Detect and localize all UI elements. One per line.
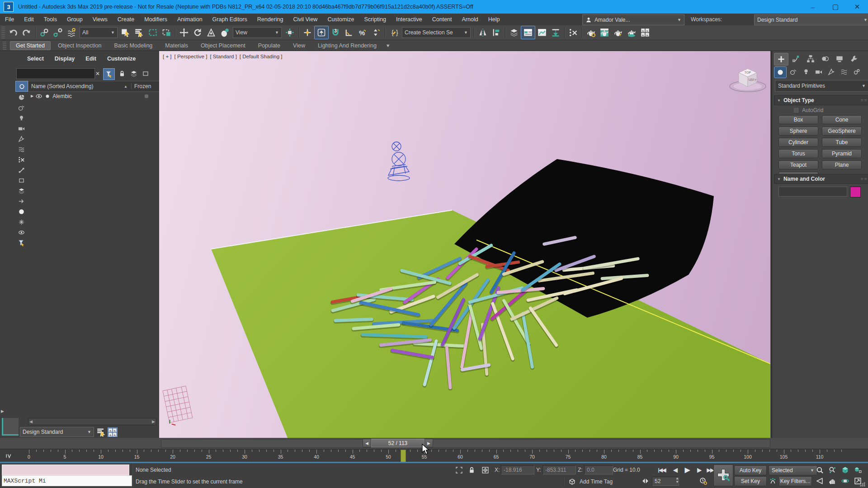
category-shapes[interactable] bbox=[788, 66, 799, 77]
y-coordinate-field[interactable]: -853.311 bbox=[542, 465, 576, 474]
rendered-frame-window-icon[interactable] bbox=[611, 26, 625, 39]
toggle-scene-explorer-icon[interactable] bbox=[521, 26, 535, 39]
render-setup-icon[interactable] bbox=[598, 26, 611, 39]
primitive-button-pyramid[interactable]: Pyramid bbox=[822, 149, 862, 158]
ribbon-tab-populate[interactable]: Populate bbox=[253, 42, 286, 50]
absolute-mode-icon[interactable] bbox=[480, 465, 490, 475]
undo-icon[interactable] bbox=[6, 26, 20, 39]
category-geometry[interactable] bbox=[774, 66, 787, 78]
panel-collapse-icon[interactable]: ▶ bbox=[1, 407, 7, 415]
track-bar[interactable]: 0510152025303540455055606570758085909510… bbox=[0, 449, 868, 462]
named-selection-set-dropdown[interactable]: Create Selection Se▼ bbox=[402, 27, 471, 38]
dope-sheet-icon[interactable] bbox=[549, 26, 562, 39]
primitive-button-plane[interactable]: Plane bbox=[822, 160, 862, 169]
ribbon-tab-get-started[interactable]: Get Started bbox=[10, 41, 51, 50]
menu-interactive[interactable]: Interactive bbox=[391, 14, 427, 25]
ribbon-tab-view[interactable]: View bbox=[288, 42, 311, 50]
percent-snap-toggle-icon[interactable]: % bbox=[356, 26, 369, 39]
ribbon-tab-materials[interactable]: Materials bbox=[160, 42, 193, 50]
play-button[interactable]: ▶ bbox=[682, 465, 693, 474]
object-name-input[interactable] bbox=[778, 187, 847, 197]
key-mode-dropdown[interactable]: Selected ▼ bbox=[769, 465, 817, 475]
spinner-snap-toggle-icon[interactable] bbox=[369, 26, 383, 39]
display-bone-objects-icon[interactable] bbox=[15, 165, 27, 175]
display-materials-icon[interactable] bbox=[15, 206, 27, 216]
primitive-button-cylinder[interactable]: Cylinder bbox=[778, 138, 818, 147]
select-and-link-icon[interactable] bbox=[38, 26, 51, 39]
display-hidden-objects-icon[interactable] bbox=[15, 227, 27, 237]
display-groups-icon[interactable] bbox=[15, 186, 27, 196]
display-cameras-icon[interactable] bbox=[15, 123, 27, 133]
key-filters-button[interactable]: Key Filters... bbox=[778, 476, 812, 486]
scene-explorer-row[interactable]: ▶ Alembic bbox=[28, 91, 159, 101]
primitive-button-cone[interactable]: Cone bbox=[822, 115, 862, 124]
selection-lock-brackets-icon[interactable] bbox=[454, 465, 464, 475]
angle-snap-toggle-icon[interactable] bbox=[342, 26, 356, 39]
category-helpers[interactable] bbox=[826, 66, 837, 77]
time-configuration-icon[interactable] bbox=[698, 476, 708, 486]
horizontal-scrollbar[interactable]: ◀ ▶ bbox=[28, 418, 156, 425]
ribbon-tab-object-inspection[interactable]: Object Inspection bbox=[52, 42, 107, 50]
panel-tab-utilities[interactable] bbox=[847, 53, 861, 65]
menu-create[interactable]: Create bbox=[113, 14, 140, 25]
unlink-selection-icon[interactable] bbox=[51, 26, 65, 39]
menu-views[interactable]: Views bbox=[88, 14, 113, 25]
primitive-button-teapot[interactable]: Teapot bbox=[778, 160, 818, 169]
select-and-rotate-icon[interactable] bbox=[191, 26, 204, 39]
column-header-name[interactable]: Name (Sorted Ascending) ▲ Frozen bbox=[28, 81, 160, 92]
field-of-view-icon[interactable] bbox=[815, 476, 825, 486]
window-resize-grip[interactable] bbox=[860, 482, 865, 487]
display-geometry-icon[interactable] bbox=[15, 92, 27, 102]
close-button[interactable]: ✕ bbox=[848, 1, 866, 13]
panel-tab-create[interactable] bbox=[774, 53, 788, 66]
edit-named-selection-sets-icon[interactable]: {} bbox=[387, 26, 401, 39]
display-shapes-icon[interactable] bbox=[15, 103, 27, 113]
toolbar-grip[interactable] bbox=[1, 27, 5, 38]
reference-coordinate-dropdown[interactable]: View▼ bbox=[233, 27, 282, 38]
name-color-rollout[interactable]: ▼ Name and Color ⁙⁙ bbox=[774, 174, 868, 184]
auto-key-button[interactable]: Auto Key bbox=[734, 465, 767, 475]
current-frame-spinner[interactable]: 52 bbox=[652, 477, 679, 486]
ribbon-overflow-button[interactable]: ▾ bbox=[384, 41, 392, 50]
add-time-tag-label[interactable]: Add Time Tag bbox=[580, 479, 613, 485]
time-slider-track[interactable] bbox=[161, 439, 770, 448]
scroll-right-icon[interactable]: ▶ bbox=[152, 419, 155, 424]
open-mini-trackview-icon[interactable] bbox=[4, 450, 14, 460]
panel-tab-hierarchy[interactable] bbox=[804, 53, 817, 65]
frozen-column-label[interactable]: Frozen bbox=[131, 83, 160, 89]
menu-arnold[interactable]: Arnold bbox=[457, 14, 483, 25]
viewport-menu-pov[interactable]: [ Perspective ] bbox=[175, 54, 208, 59]
viewport-menu-standard[interactable]: [ Standard ] bbox=[210, 54, 236, 59]
pan-view-icon[interactable] bbox=[827, 476, 837, 486]
minimize-button[interactable]: – bbox=[804, 1, 822, 13]
filter-selection-icon[interactable] bbox=[103, 68, 115, 80]
menu-modifiers[interactable]: Modifiers bbox=[139, 14, 172, 25]
select-and-place-icon[interactable] bbox=[218, 26, 231, 39]
maximize-button[interactable]: ▢ bbox=[826, 1, 844, 13]
menu-group[interactable]: Group bbox=[62, 14, 88, 25]
display-containers-icon[interactable] bbox=[15, 175, 27, 185]
set-keys-button[interactable] bbox=[713, 465, 733, 486]
object-color-swatch[interactable] bbox=[850, 187, 861, 197]
display-lights-icon[interactable] bbox=[15, 113, 27, 123]
menu-graph-editors[interactable]: Graph Editors bbox=[208, 14, 252, 25]
snaps-toggle-icon[interactable]: 3 bbox=[329, 26, 342, 39]
key-step-toggle-icon[interactable] bbox=[640, 476, 650, 486]
render-production-icon[interactable] bbox=[625, 26, 638, 39]
display-all-icon[interactable] bbox=[15, 81, 28, 92]
viewport-menu-shading[interactable]: [ Default Shading ] bbox=[240, 54, 283, 59]
menu-edit[interactable]: Edit bbox=[19, 14, 39, 25]
ribbon-tab-basic-modeling[interactable]: Basic Modeling bbox=[109, 42, 158, 50]
explorer-menu-display[interactable]: Display bbox=[50, 55, 79, 63]
workspace-dropdown[interactable]: Design Standard ▼ bbox=[754, 14, 868, 25]
select-same-type-icon[interactable] bbox=[128, 68, 139, 79]
manage-layers-icon[interactable] bbox=[507, 26, 521, 39]
ribbon-tab-object-placement[interactable]: Object Placement bbox=[195, 42, 251, 50]
explorer-list-view-icon[interactable] bbox=[97, 427, 106, 436]
perspective-viewport[interactable]: TOP LEFT [ + ][ Perspective ][ Standard … bbox=[159, 51, 770, 438]
menu-animation[interactable]: Animation bbox=[172, 14, 208, 25]
row-label[interactable]: Alembic bbox=[52, 93, 72, 99]
expand-arrow-icon[interactable]: ▶ bbox=[28, 94, 33, 98]
menu-tools[interactable]: Tools bbox=[39, 14, 62, 25]
set-key-button[interactable]: Set Key bbox=[734, 476, 767, 486]
